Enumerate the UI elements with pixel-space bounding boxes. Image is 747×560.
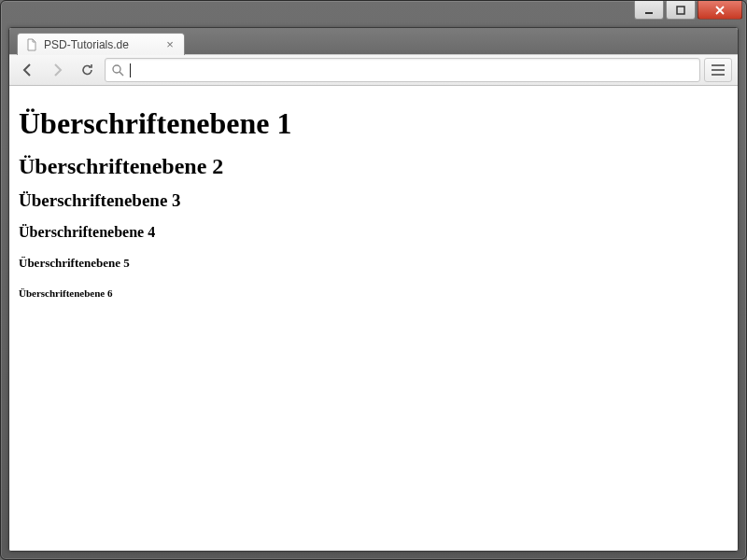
os-titlebar[interactable] [1,1,746,27]
reload-button[interactable] [75,58,101,82]
arrow-left-icon [20,62,36,78]
maximize-button[interactable] [666,1,696,20]
browser-tab[interactable]: PSD-Tutorials.de × [17,33,185,55]
heading-level-4: Überschriftenebene 4 [19,224,728,241]
minimize-icon [643,5,655,16]
hamburger-icon [712,64,725,66]
svg-rect-0 [645,12,653,14]
back-button[interactable] [15,58,41,82]
heading-level-2: Überschriftenebene 2 [19,154,728,179]
address-bar[interactable] [105,58,700,82]
tab-close-button[interactable]: × [163,38,176,51]
arrow-right-icon [49,62,66,78]
tab-title: PSD-Tutorials.de [44,38,158,51]
search-icon [111,63,124,77]
url-input[interactable] [136,63,694,77]
hamburger-icon [712,69,725,71]
heading-level-1: Überschriftenebene 1 [19,106,728,141]
reload-icon [80,63,95,77]
browser-chrome: PSD-Tutorials.de × [8,27,739,552]
os-window: PSD-Tutorials.de × [0,0,747,560]
chrome-menu-button[interactable] [704,58,732,82]
svg-line-3 [120,72,123,76]
close-button[interactable] [698,1,742,20]
svg-point-2 [113,65,120,73]
forward-button[interactable] [45,58,71,82]
page-viewport[interactable]: Überschriftenebene 1 Überschriftenebene … [9,86,738,551]
file-icon [25,38,38,51]
maximize-icon [675,5,686,16]
browser-toolbar [9,54,738,86]
hamburger-icon [712,74,725,76]
svg-rect-1 [677,7,684,14]
close-icon [713,5,726,16]
heading-level-6: Überschriftenebene 6 [19,287,728,299]
text-caret [130,63,131,77]
window-controls [634,1,742,20]
heading-level-5: Überschriftenebene 5 [19,256,728,271]
minimize-button[interactable] [634,1,664,20]
heading-level-3: Überschriftenebene 3 [19,190,728,211]
tab-strip[interactable]: PSD-Tutorials.de × [9,28,738,54]
